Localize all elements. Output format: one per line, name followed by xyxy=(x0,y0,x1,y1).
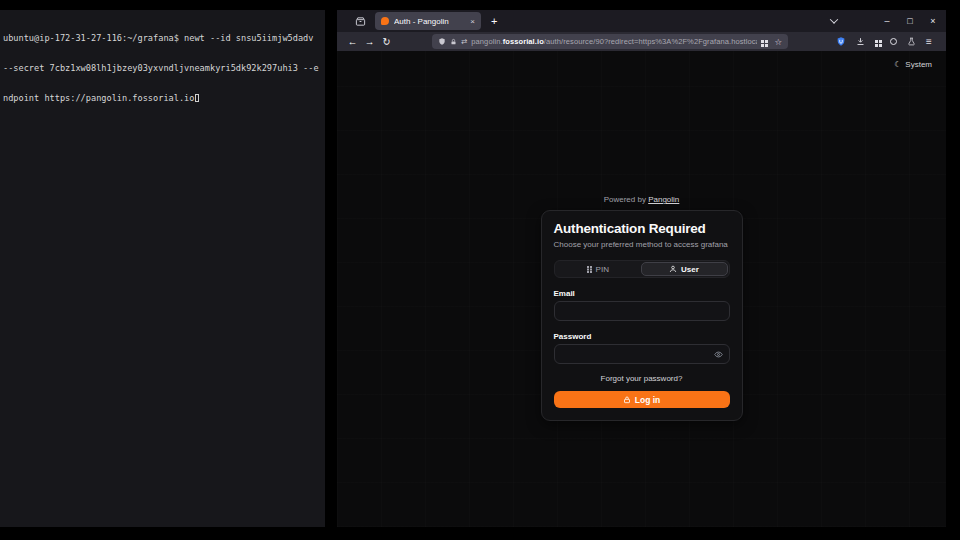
account-icon[interactable] xyxy=(890,38,897,45)
extension-flask-icon[interactable] xyxy=(907,37,916,46)
moon-icon: ☾ xyxy=(894,60,901,69)
reload-button[interactable]: ↻ xyxy=(378,36,395,47)
show-password-eye-icon[interactable] xyxy=(714,350,723,359)
terminal-window[interactable]: ubuntu@ip-172-31-27-116:~/grafana$ newt … xyxy=(0,10,325,527)
new-tab-button[interactable]: + xyxy=(491,15,497,27)
desktop: ubuntu@ip-172-31-27-116:~/grafana$ newt … xyxy=(0,0,960,540)
maximize-button[interactable]: □ xyxy=(905,16,915,26)
email-label: Email xyxy=(554,289,730,298)
powered-by-text: Powered by xyxy=(604,195,646,204)
container-grid-icon[interactable] xyxy=(761,40,764,43)
tab-bar: Auth - Pangolin × + – □ × xyxy=(337,10,946,32)
page-content: ☾ System Powered by Pangolin Authenticat… xyxy=(337,51,946,527)
password-input[interactable] xyxy=(561,350,710,359)
user-icon xyxy=(669,265,677,273)
login-button-label: Log in xyxy=(635,395,661,405)
password-label: Password xyxy=(554,332,730,341)
tracking-shield-icon[interactable] xyxy=(438,37,446,46)
lock-icon[interactable] xyxy=(450,38,457,46)
terminal-text: ndpoint https://pangolin.fossorial.io xyxy=(3,93,194,103)
browser-window: Auth - Pangolin × + – □ × ← → ↻ ⇄ xyxy=(337,10,946,527)
url-subdomain: pangolin. xyxy=(471,37,502,46)
tab-list-chevron-icon[interactable] xyxy=(830,15,838,23)
auth-method-tabs: PIN User xyxy=(554,260,730,278)
toolbar-extensions: ≡ xyxy=(836,36,932,47)
forgot-password-link[interactable]: Forgot your password? xyxy=(554,374,730,383)
back-button[interactable]: ← xyxy=(344,36,361,47)
terminal-line: ndpoint https://pangolin.fossorial.io xyxy=(3,93,322,103)
minimize-button[interactable]: – xyxy=(882,16,892,26)
card-subtitle: Choose your preferred method to access g… xyxy=(554,240,730,249)
login-lock-icon xyxy=(623,396,631,404)
close-tab-icon[interactable]: × xyxy=(470,17,475,26)
tab-title: Auth - Pangolin xyxy=(394,17,465,26)
firefox-view-icon[interactable] xyxy=(355,16,366,27)
theme-toggle[interactable]: ☾ System xyxy=(894,60,932,69)
browser-tab[interactable]: Auth - Pangolin × xyxy=(375,12,481,30)
hamburger-menu-icon[interactable]: ≡ xyxy=(926,36,932,47)
tab-pin-label: PIN xyxy=(596,265,609,274)
auth-column: Powered by Pangolin Authentication Requi… xyxy=(337,195,946,421)
theme-label: System xyxy=(905,60,932,69)
close-window-button[interactable]: × xyxy=(928,16,938,26)
auth-card: Authentication Required Choose your pref… xyxy=(541,210,743,421)
terminal-line: --secret 7cbz1xw08lh1jbzey03yxvndljvneam… xyxy=(3,63,322,73)
permissions-icon[interactable]: ⇄ xyxy=(461,37,467,46)
navigation-toolbar: ← → ↻ ⇄ pangolin.fossorial.io/auth/resou… xyxy=(337,32,946,51)
tab-user-label: User xyxy=(681,265,699,274)
url-path: /auth/resource/90?redirect=https%3A%2F%2… xyxy=(544,37,758,46)
extension-shield-icon[interactable] xyxy=(836,36,846,47)
bookmark-star-icon[interactable]: ☆ xyxy=(774,37,782,47)
url-domain: fossorial.io xyxy=(503,37,544,46)
login-button[interactable]: Log in xyxy=(554,391,730,408)
tab-user[interactable]: User xyxy=(641,262,728,276)
keypad-icon xyxy=(587,266,589,268)
forward-button[interactable]: → xyxy=(361,36,378,47)
terminal-cursor xyxy=(195,94,199,102)
url-bar[interactable]: ⇄ pangolin.fossorial.io/auth/resource/90… xyxy=(432,34,788,49)
url-text[interactable]: pangolin.fossorial.io/auth/resource/90?r… xyxy=(471,37,757,46)
pangolin-favicon-icon xyxy=(381,17,389,25)
powered-by: Powered by Pangolin xyxy=(604,195,680,204)
email-field-wrap xyxy=(554,301,730,321)
tab-pin[interactable]: PIN xyxy=(556,262,641,276)
password-field-wrap xyxy=(554,344,730,364)
card-title: Authentication Required xyxy=(554,221,730,236)
terminal-line: ubuntu@ip-172-31-27-116:~/grafana$ newt … xyxy=(3,33,322,43)
email-input[interactable] xyxy=(561,307,723,316)
pangolin-link[interactable]: Pangolin xyxy=(648,195,679,204)
downloads-icon[interactable] xyxy=(856,37,865,46)
extensions-icon[interactable] xyxy=(875,40,878,43)
